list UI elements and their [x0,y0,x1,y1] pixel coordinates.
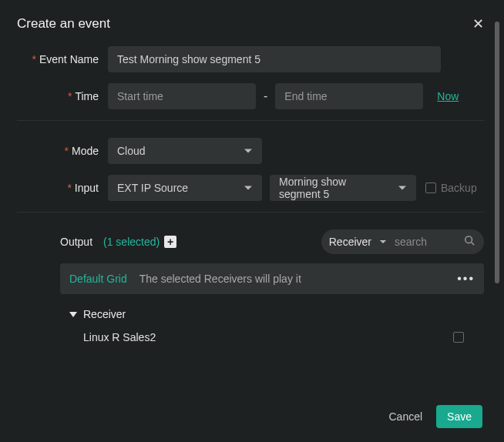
tree-child-label: Linux R Sales2 [83,331,156,343]
tree-node-label: Receiver [83,308,126,320]
input-source-select[interactable]: EXT IP Source [108,175,262,201]
output-search-wrap: Receiver [321,229,484,254]
form: Event Name Time - Now Mode Cloud Input E… [0,37,504,343]
now-link[interactable]: Now [437,90,459,102]
create-event-modal: Create an event ✕ Event Name Time - Now … [0,0,504,442]
label-event-name: Event Name [17,53,108,65]
chevron-down-icon [398,183,407,193]
input-segment-select[interactable]: Morning show segment 5 [270,175,416,201]
output-count: (1 selected) [103,236,160,248]
svg-point-0 [465,236,472,243]
tree-child-row: Linux R Sales2 [83,331,484,343]
row-mode: Mode Cloud [17,138,484,164]
add-output-button[interactable]: + [164,236,176,248]
row-time: Time - Now [17,83,484,109]
label-mode: Mode [17,145,108,157]
chevron-down-icon [244,183,253,193]
cancel-button[interactable]: Cancel [388,410,422,423]
output-search-input[interactable] [395,236,464,248]
modal-title: Create an event [17,16,110,32]
modal-footer: Cancel Save [388,405,482,428]
receiver-filter-label: Receiver [329,236,371,248]
search-icon[interactable] [464,235,475,249]
divider-1 [17,120,484,121]
grid-banner: Default Grid The selected Receivers will… [60,263,484,294]
event-name-input[interactable] [108,46,441,72]
start-time-input[interactable] [108,83,256,109]
time-dash: - [264,89,267,103]
label-input: Input [17,182,108,194]
mode-select[interactable]: Cloud [108,138,262,164]
receiver-filter-dropdown[interactable]: Receiver [329,236,387,248]
row-event-name: Event Name [17,46,484,72]
backup-checkbox-wrap[interactable]: Backup [425,182,477,194]
receiver-tree: Receiver Linux R Sales2 [69,308,484,343]
caret-down-icon [69,310,83,318]
save-button[interactable]: Save [436,405,482,428]
divider-2 [17,212,484,213]
close-icon[interactable]: ✕ [472,15,484,32]
row-input: Input EXT IP Source Morning show segment… [17,175,484,201]
scrollbar[interactable] [495,22,499,283]
input-segment-value: Morning show segment 5 [279,176,390,200]
mode-select-value: Cloud [117,145,146,157]
backup-label: Backup [441,182,477,194]
input-source-value: EXT IP Source [117,182,188,194]
tree-node-receiver[interactable]: Receiver [69,308,484,320]
chevron-down-icon [244,146,253,156]
output-header: Output (1 selected) + Receiver [60,229,484,254]
label-output: Output [60,236,100,248]
grid-description: The selected Receivers will play it [139,273,301,285]
svg-line-1 [472,243,475,246]
chevron-down-icon [379,238,387,246]
grid-name[interactable]: Default Grid [69,273,127,285]
tree-child-checkbox[interactable] [453,332,464,343]
label-time: Time [17,90,108,102]
end-time-input[interactable] [275,83,423,109]
backup-checkbox[interactable] [425,182,436,193]
modal-header: Create an event ✕ [0,0,504,37]
more-icon[interactable]: ••• [457,272,475,286]
output-left: Output (1 selected) + [60,236,176,248]
